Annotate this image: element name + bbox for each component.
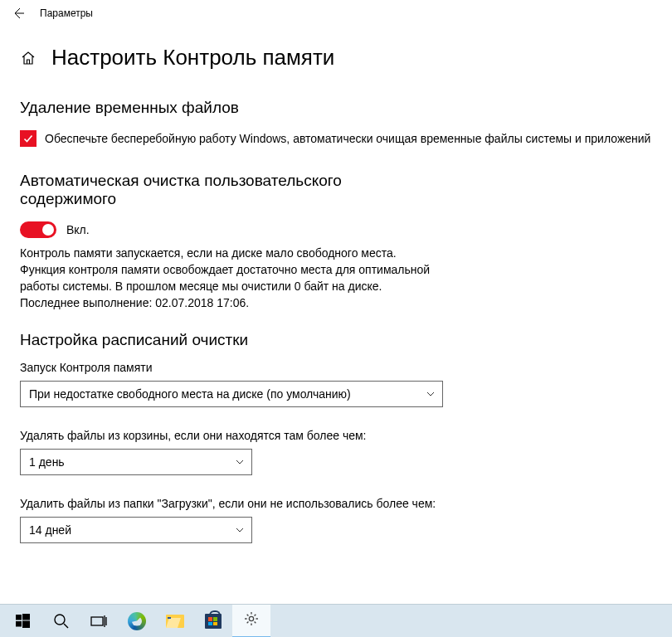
titlebar: Параметры [0, 0, 672, 27]
window-title: Параметры [40, 7, 93, 19]
search-icon [53, 613, 69, 629]
chevron-down-icon [426, 389, 436, 399]
temp-files-checkbox-row: Обеспечьте бесперебойную работу Windows,… [20, 130, 652, 147]
chevron-down-icon [235, 457, 245, 467]
downloads-label: Удалить файлы из папки "Загрузки", если … [20, 497, 476, 510]
run-label: Запуск Контроля памяти [20, 361, 476, 374]
page-header: Настроить Контроль памяти [20, 45, 652, 71]
edge-button[interactable] [118, 605, 156, 638]
svg-rect-1 [22, 614, 30, 620]
section-temp-files-heading: Удаление временных файлов [20, 99, 652, 117]
toggle-thumb [42, 224, 54, 236]
file-explorer-button[interactable] [156, 605, 194, 638]
check-icon [22, 133, 34, 144]
store-icon [205, 614, 222, 629]
auto-clean-toggle-label: Вкл. [66, 223, 90, 236]
auto-clean-description: Контроль памяти запускается, если на дис… [20, 245, 435, 311]
run-storage-sense-dropdown[interactable]: При недостатке свободного места на диске… [20, 381, 443, 407]
start-button[interactable] [3, 605, 41, 638]
downloads-dropdown[interactable]: 14 дней [20, 517, 252, 543]
task-view-button[interactable] [80, 605, 118, 638]
section-auto-clean-heading: Автоматическая очистка пользовательского… [20, 172, 435, 208]
run-dropdown-value: При недостатке свободного места на диске… [29, 387, 351, 401]
folder-icon [166, 615, 184, 628]
auto-clean-toggle[interactable] [20, 221, 56, 238]
taskbar [0, 604, 672, 637]
svg-rect-2 [16, 621, 22, 627]
auto-clean-toggle-row: Вкл. [20, 221, 652, 238]
arrow-left-icon [12, 7, 25, 20]
schedule-heading: Настройка расписаний очистки [20, 331, 652, 349]
task-view-icon [90, 615, 107, 628]
recycle-bin-dropdown[interactable]: 1 день [20, 449, 252, 475]
windows-icon [16, 614, 30, 628]
home-icon[interactable] [20, 50, 37, 66]
microsoft-store-button[interactable] [194, 605, 232, 638]
edge-icon [128, 612, 146, 630]
settings-taskbar-button[interactable] [232, 605, 270, 638]
downloads-dropdown-value: 14 дней [29, 523, 71, 537]
recycle-label: Удалять файлы из корзины, если они наход… [20, 429, 476, 442]
svg-point-6 [249, 616, 253, 620]
svg-rect-0 [16, 615, 22, 620]
page-title: Настроить Контроль памяти [51, 45, 334, 71]
gear-icon [243, 610, 260, 630]
search-button[interactable] [41, 605, 80, 638]
back-button[interactable] [7, 2, 30, 25]
svg-rect-5 [91, 617, 103, 625]
svg-point-4 [55, 615, 65, 625]
temp-files-checkbox-label: Обеспечьте бесперебойную работу Windows,… [45, 130, 650, 147]
content-area: Настроить Контроль памяти Удаление време… [0, 27, 672, 543]
svg-rect-3 [22, 621, 30, 629]
chevron-down-icon [235, 525, 245, 535]
temp-files-checkbox[interactable] [20, 130, 37, 147]
recycle-dropdown-value: 1 день [29, 455, 65, 469]
